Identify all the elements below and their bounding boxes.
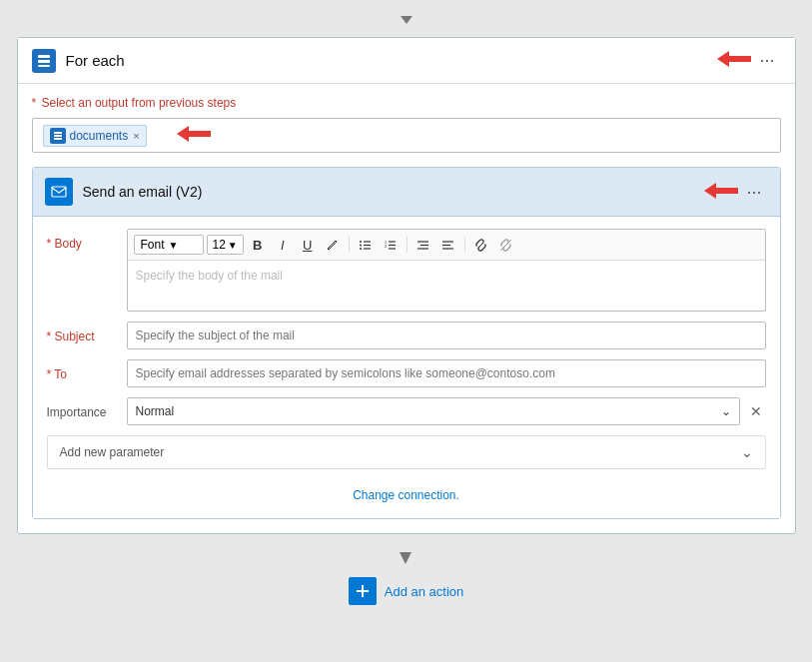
svg-rect-33 (357, 590, 369, 592)
output-red-arrow (165, 124, 213, 147)
highlight-button[interactable] (322, 234, 344, 256)
numbered-list-button[interactable]: 1 2 (380, 234, 402, 256)
svg-marker-0 (401, 16, 412, 24)
importance-select[interactable]: Normal ⌄ (127, 397, 740, 425)
font-select[interactable]: Font ▼ (134, 235, 204, 255)
font-dropdown-arrow: ▼ (169, 240, 179, 251)
email-more-button[interactable]: ··· (740, 180, 767, 205)
underline-button[interactable]: U (297, 234, 319, 256)
indent-right-button[interactable] (437, 234, 459, 256)
subject-row: * Subject (47, 322, 766, 349)
body-editor[interactable]: Font ▼ 12 ▼ B I (127, 229, 766, 312)
body-label: * Body (47, 229, 127, 251)
select-output-label: * Select an output from previous steps (32, 96, 781, 110)
body-toolbar: Font ▼ 12 ▼ B I (128, 230, 765, 261)
documents-tag[interactable]: documents × (43, 125, 147, 147)
toolbar-divider-1 (349, 237, 350, 253)
svg-rect-3 (38, 65, 50, 67)
email-card: Send an email (V2) ··· * Body (32, 167, 781, 519)
change-connection: Change connection. (47, 479, 766, 506)
select-output-section: * Select an output from previous steps d… (18, 84, 795, 167)
email-title: Send an email (V2) (83, 184, 683, 200)
svg-point-12 (360, 241, 362, 243)
toolbar-divider-3 (464, 237, 465, 253)
tag-icon (50, 128, 66, 144)
add-action-icon (349, 577, 377, 605)
importance-label: Importance (47, 397, 127, 419)
svg-line-29 (479, 243, 483, 247)
svg-rect-2 (38, 60, 50, 63)
subject-input[interactable] (127, 322, 766, 349)
svg-point-14 (360, 248, 362, 250)
importance-row: Importance Normal ⌄ ✕ (47, 397, 766, 425)
bottom-connector-arrow (396, 550, 415, 566)
to-row: * To (47, 359, 766, 387)
svg-marker-10 (704, 183, 738, 199)
email-header[interactable]: Send an email (V2) ··· (33, 168, 780, 217)
svg-rect-6 (54, 135, 62, 137)
change-connection-link[interactable]: Change connection. (353, 488, 459, 502)
svg-rect-9 (52, 187, 66, 197)
bold-button[interactable]: B (247, 234, 269, 256)
svg-marker-31 (400, 552, 411, 564)
svg-line-30 (500, 240, 511, 251)
indent-left-button[interactable] (412, 234, 434, 256)
tag-text: documents (70, 129, 129, 143)
link-button[interactable] (470, 234, 492, 256)
email-form: * Body Font ▼ 12 ▼ (33, 217, 780, 518)
to-input[interactable] (127, 359, 766, 387)
toolbar-divider-2 (406, 237, 407, 253)
importance-control: Normal ⌄ ✕ (127, 397, 766, 425)
email-red-arrow (692, 181, 740, 204)
svg-rect-7 (54, 138, 62, 140)
size-dropdown-arrow: ▼ (228, 240, 238, 251)
svg-point-13 (360, 244, 362, 246)
add-action-label: Add an action (385, 584, 464, 599)
size-select[interactable]: 12 ▼ (207, 235, 244, 255)
unlink-button[interactable] (495, 234, 517, 256)
bullet-list-button[interactable] (355, 234, 377, 256)
italic-button[interactable]: I (272, 234, 294, 256)
subject-label: * Subject (47, 322, 127, 343)
tag-close-button[interactable]: × (133, 130, 139, 142)
svg-marker-8 (177, 126, 211, 142)
svg-marker-4 (717, 51, 751, 67)
email-icon (45, 178, 73, 206)
asterisk: * (32, 96, 37, 110)
add-param-chevron: ⌄ (741, 444, 753, 460)
add-param-label: Add new parameter (60, 445, 741, 459)
svg-rect-5 (54, 132, 62, 134)
add-action-button[interactable]: Add an action (349, 577, 464, 605)
svg-text:2: 2 (385, 244, 388, 249)
body-row: * Body Font ▼ 12 ▼ (47, 229, 766, 312)
body-placeholder[interactable]: Specify the body of the mail (128, 261, 765, 311)
importance-clear-button[interactable]: ✕ (746, 401, 766, 421)
importance-chevron: ⌄ (721, 404, 731, 418)
add-param-row[interactable]: Add new parameter ⌄ (47, 435, 766, 469)
foreach-title: For each (66, 52, 698, 69)
top-connector-arrow (397, 10, 416, 30)
importance-value: Normal (136, 404, 175, 418)
output-field[interactable]: documents × (32, 118, 781, 153)
to-label: * To (47, 359, 127, 381)
svg-rect-1 (38, 55, 50, 58)
foreach-icon (32, 49, 56, 73)
bottom-section: Add an action (349, 534, 464, 611)
foreach-red-arrow (705, 49, 753, 72)
foreach-header[interactable]: For each ··· (18, 38, 795, 84)
foreach-more-button[interactable]: ··· (753, 48, 780, 73)
foreach-card: For each ··· * Select an output from pre… (17, 37, 796, 534)
